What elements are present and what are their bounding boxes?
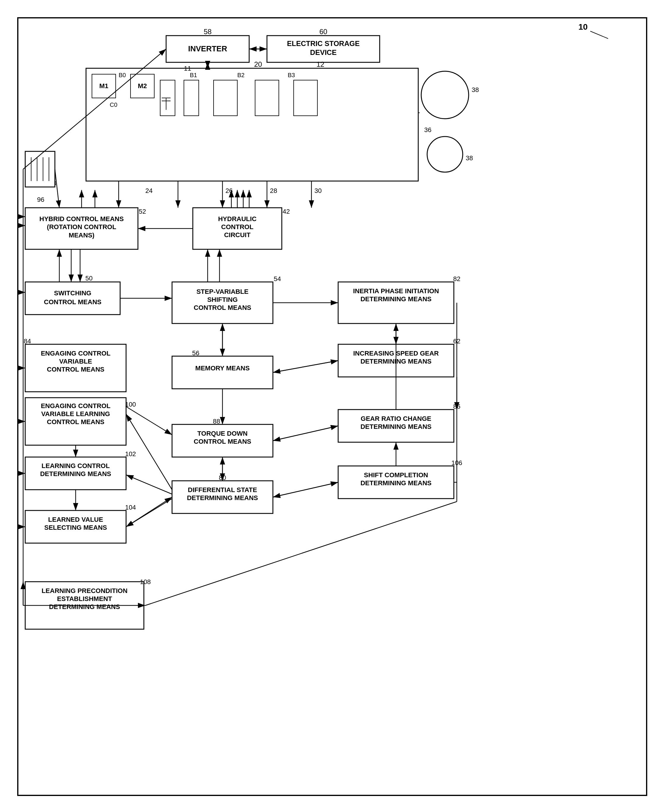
svg-text:108: 108 (140, 578, 151, 586)
svg-text:36: 36 (424, 126, 431, 134)
svg-text:ENGAGING CONTROL: ENGAGING CONTROL (41, 350, 111, 357)
svg-text:CONTROL: CONTROL (221, 223, 254, 231)
svg-text:VARIABLE LEARNING: VARIABLE LEARNING (41, 410, 110, 418)
svg-text:56: 56 (192, 349, 199, 357)
svg-text:DETERMINING MEANS: DETERMINING MEANS (361, 295, 432, 303)
svg-text:30: 30 (314, 187, 322, 194)
svg-text:52: 52 (139, 208, 146, 215)
svg-text:C0: C0 (110, 102, 117, 108)
svg-text:DIFFERENTIAL STATE: DIFFERENTIAL STATE (188, 486, 257, 494)
svg-text:CONTROL MEANS: CONTROL MEANS (44, 298, 102, 306)
svg-text:28: 28 (270, 187, 277, 194)
svg-text:B3: B3 (288, 72, 295, 79)
svg-text:(ROTATION CONTROL: (ROTATION CONTROL (47, 223, 116, 231)
svg-text:HYDRAULIC: HYDRAULIC (218, 215, 257, 223)
svg-text:11: 11 (184, 65, 191, 72)
svg-text:84: 84 (24, 337, 31, 345)
svg-text:CONTROL MEANS: CONTROL MEANS (47, 418, 104, 425)
svg-line-146 (273, 482, 338, 497)
svg-text:50: 50 (85, 275, 93, 282)
svg-text:42: 42 (283, 208, 290, 215)
svg-text:96: 96 (37, 196, 44, 203)
svg-text:HYBRID CONTROL MEANS: HYBRID CONTROL MEANS (40, 215, 124, 223)
svg-line-149 (126, 407, 172, 435)
svg-text:SHIFT COMPLETION: SHIFT COMPLETION (364, 471, 428, 479)
svg-text:DETERMINING MEANS: DETERMINING MEANS (361, 423, 432, 430)
svg-text:M1: M1 (99, 82, 109, 90)
svg-text:TORQUE DOWN: TORQUE DOWN (197, 430, 247, 437)
svg-line-168 (145, 502, 457, 605)
svg-text:DETERMINING MEANS: DETERMINING MEANS (361, 479, 432, 487)
svg-text:LEARNED VALUE: LEARNED VALUE (48, 516, 103, 523)
svg-line-139 (273, 361, 338, 372)
svg-text:MEMORY MEANS: MEMORY MEANS (195, 365, 249, 372)
svg-line-142 (273, 426, 338, 441)
svg-text:LEARNING CONTROL: LEARNING CONTROL (42, 462, 110, 469)
svg-text:B2: B2 (237, 72, 244, 79)
svg-point-34 (427, 137, 463, 172)
svg-text:88: 88 (213, 418, 220, 425)
svg-text:VARIABLE: VARIABLE (59, 358, 92, 365)
diagram-svg: 10 INVERTER 58 ELECTRIC STORAGE DEVICE 6… (0, 0, 668, 812)
svg-text:LEARNING PRECONDITION: LEARNING PRECONDITION (42, 587, 127, 594)
svg-text:ELECTRIC STORAGE: ELECTRIC STORAGE (287, 40, 360, 47)
svg-text:54: 54 (274, 275, 281, 283)
svg-text:DETERMINING MEANS: DETERMINING MEANS (49, 603, 120, 611)
svg-text:CIRCUIT: CIRCUIT (224, 231, 250, 239)
svg-text:38: 38 (466, 154, 473, 162)
svg-line-151 (126, 499, 172, 527)
svg-line-2 (590, 31, 608, 39)
svg-text:SHIFTING: SHIFTING (207, 296, 238, 303)
svg-text:104: 104 (125, 504, 136, 511)
svg-point-32 (421, 71, 469, 119)
svg-text:SELECTING MEANS: SELECTING MEANS (44, 524, 107, 531)
svg-text:58: 58 (204, 28, 212, 35)
svg-text:SWITCHING: SWITCHING (54, 290, 91, 297)
svg-text:CONTROL MEANS: CONTROL MEANS (194, 304, 251, 311)
svg-text:DETERMINING MEANS: DETERMINING MEANS (40, 470, 111, 477)
svg-text:12: 12 (317, 60, 324, 68)
svg-rect-27 (255, 80, 279, 116)
svg-rect-28 (294, 80, 317, 116)
svg-text:STEP-VARIABLE: STEP-VARIABLE (196, 288, 249, 295)
svg-text:10: 10 (578, 22, 588, 32)
svg-text:24: 24 (145, 187, 152, 194)
svg-rect-26 (214, 80, 237, 116)
svg-text:GEAR RATIO CHANGE: GEAR RATIO CHANGE (361, 415, 431, 422)
svg-text:60: 60 (319, 28, 327, 35)
svg-text:38: 38 (472, 86, 479, 94)
svg-text:ENGAGING CONTROL: ENGAGING CONTROL (41, 402, 111, 410)
svg-text:B1: B1 (190, 72, 197, 79)
svg-text:20: 20 (254, 60, 262, 68)
svg-text:DEVICE: DEVICE (310, 49, 336, 56)
svg-text:CONTROL MEANS: CONTROL MEANS (47, 366, 104, 373)
svg-text:DETERMINING MEANS: DETERMINING MEANS (187, 494, 258, 502)
svg-text:INERTIA PHASE INITIATION: INERTIA PHASE INITIATION (353, 287, 439, 295)
svg-text:102: 102 (125, 450, 136, 458)
svg-text:B0: B0 (119, 72, 126, 79)
diagram-container: 10 INVERTER 58 ELECTRIC STORAGE DEVICE 6… (0, 0, 668, 812)
svg-text:ESTABLISHMENT: ESTABLISHMENT (57, 595, 112, 603)
svg-text:82: 82 (453, 275, 460, 283)
svg-text:INVERTER: INVERTER (188, 44, 227, 53)
svg-rect-25 (184, 80, 199, 116)
svg-text:CONTROL MEANS: CONTROL MEANS (194, 438, 251, 445)
svg-text:MEANS): MEANS) (69, 231, 95, 239)
svg-text:M2: M2 (138, 82, 147, 90)
svg-line-178 (55, 169, 59, 208)
svg-rect-83 (172, 356, 273, 389)
svg-rect-45 (25, 151, 55, 187)
